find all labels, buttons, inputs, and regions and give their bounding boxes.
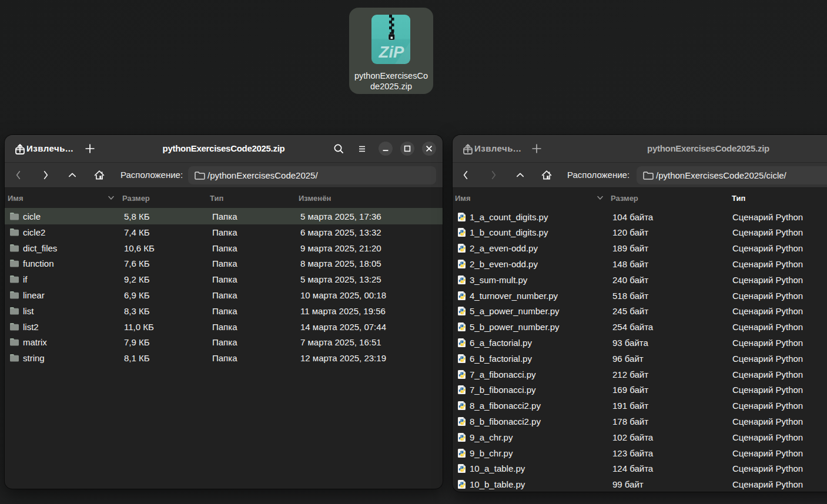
svg-text:ZiP: ZiP (379, 43, 404, 61)
